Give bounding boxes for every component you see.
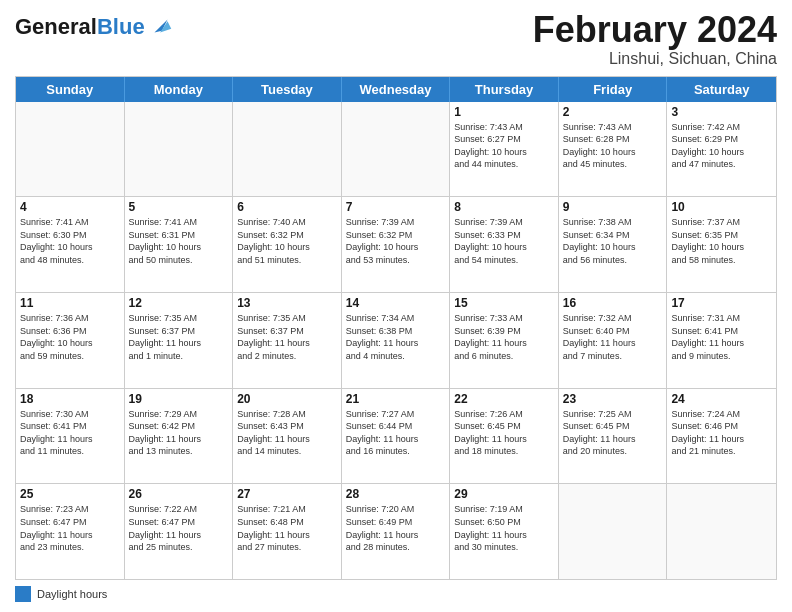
calendar-body: 1Sunrise: 7:43 AM Sunset: 6:27 PM Daylig… bbox=[16, 102, 776, 579]
day-info: Sunrise: 7:29 AM Sunset: 6:42 PM Dayligh… bbox=[129, 408, 229, 458]
calendar-cell: 26Sunrise: 7:22 AM Sunset: 6:47 PM Dayli… bbox=[125, 484, 234, 579]
calendar-cell: 28Sunrise: 7:20 AM Sunset: 6:49 PM Dayli… bbox=[342, 484, 451, 579]
day-info: Sunrise: 7:31 AM Sunset: 6:41 PM Dayligh… bbox=[671, 312, 772, 362]
calendar-cell: 19Sunrise: 7:29 AM Sunset: 6:42 PM Dayli… bbox=[125, 389, 234, 484]
day-info: Sunrise: 7:43 AM Sunset: 6:28 PM Dayligh… bbox=[563, 121, 663, 171]
weekday-header: Saturday bbox=[667, 77, 776, 102]
weekday-header: Sunday bbox=[16, 77, 125, 102]
calendar-week-row: 11Sunrise: 7:36 AM Sunset: 6:36 PM Dayli… bbox=[16, 293, 776, 389]
day-info: Sunrise: 7:39 AM Sunset: 6:33 PM Dayligh… bbox=[454, 216, 554, 266]
day-number: 16 bbox=[563, 296, 663, 310]
day-number: 20 bbox=[237, 392, 337, 406]
day-info: Sunrise: 7:37 AM Sunset: 6:35 PM Dayligh… bbox=[671, 216, 772, 266]
calendar-cell: 29Sunrise: 7:19 AM Sunset: 6:50 PM Dayli… bbox=[450, 484, 559, 579]
calendar-cell: 5Sunrise: 7:41 AM Sunset: 6:31 PM Daylig… bbox=[125, 197, 234, 292]
day-info: Sunrise: 7:22 AM Sunset: 6:47 PM Dayligh… bbox=[129, 503, 229, 553]
day-info: Sunrise: 7:25 AM Sunset: 6:45 PM Dayligh… bbox=[563, 408, 663, 458]
calendar-cell: 24Sunrise: 7:24 AM Sunset: 6:46 PM Dayli… bbox=[667, 389, 776, 484]
day-info: Sunrise: 7:30 AM Sunset: 6:41 PM Dayligh… bbox=[20, 408, 120, 458]
day-number: 2 bbox=[563, 105, 663, 119]
day-number: 27 bbox=[237, 487, 337, 501]
calendar-cell bbox=[342, 102, 451, 197]
day-number: 10 bbox=[671, 200, 772, 214]
calendar-week-row: 1Sunrise: 7:43 AM Sunset: 6:27 PM Daylig… bbox=[16, 102, 776, 198]
calendar-cell bbox=[233, 102, 342, 197]
calendar-week-row: 18Sunrise: 7:30 AM Sunset: 6:41 PM Dayli… bbox=[16, 389, 776, 485]
calendar-cell: 1Sunrise: 7:43 AM Sunset: 6:27 PM Daylig… bbox=[450, 102, 559, 197]
header: GeneralBlue February 2024 Linshui, Sichu… bbox=[15, 10, 777, 68]
day-number: 24 bbox=[671, 392, 772, 406]
day-number: 9 bbox=[563, 200, 663, 214]
location: Linshui, Sichuan, China bbox=[533, 50, 777, 68]
day-number: 8 bbox=[454, 200, 554, 214]
calendar: SundayMondayTuesdayWednesdayThursdayFrid… bbox=[15, 76, 777, 580]
calendar-cell: 14Sunrise: 7:34 AM Sunset: 6:38 PM Dayli… bbox=[342, 293, 451, 388]
day-info: Sunrise: 7:38 AM Sunset: 6:34 PM Dayligh… bbox=[563, 216, 663, 266]
day-info: Sunrise: 7:39 AM Sunset: 6:32 PM Dayligh… bbox=[346, 216, 446, 266]
calendar-cell: 6Sunrise: 7:40 AM Sunset: 6:32 PM Daylig… bbox=[233, 197, 342, 292]
day-info: Sunrise: 7:41 AM Sunset: 6:31 PM Dayligh… bbox=[129, 216, 229, 266]
calendar-cell: 3Sunrise: 7:42 AM Sunset: 6:29 PM Daylig… bbox=[667, 102, 776, 197]
day-info: Sunrise: 7:20 AM Sunset: 6:49 PM Dayligh… bbox=[346, 503, 446, 553]
calendar-cell: 9Sunrise: 7:38 AM Sunset: 6:34 PM Daylig… bbox=[559, 197, 668, 292]
page: GeneralBlue February 2024 Linshui, Sichu… bbox=[0, 0, 792, 612]
weekday-header: Thursday bbox=[450, 77, 559, 102]
calendar-cell: 13Sunrise: 7:35 AM Sunset: 6:37 PM Dayli… bbox=[233, 293, 342, 388]
day-number: 18 bbox=[20, 392, 120, 406]
calendar-cell: 20Sunrise: 7:28 AM Sunset: 6:43 PM Dayli… bbox=[233, 389, 342, 484]
legend: Daylight hours bbox=[15, 586, 777, 602]
title-block: February 2024 Linshui, Sichuan, China bbox=[533, 10, 777, 68]
day-info: Sunrise: 7:24 AM Sunset: 6:46 PM Dayligh… bbox=[671, 408, 772, 458]
calendar-cell: 4Sunrise: 7:41 AM Sunset: 6:30 PM Daylig… bbox=[16, 197, 125, 292]
day-info: Sunrise: 7:40 AM Sunset: 6:32 PM Dayligh… bbox=[237, 216, 337, 266]
day-info: Sunrise: 7:26 AM Sunset: 6:45 PM Dayligh… bbox=[454, 408, 554, 458]
calendar-cell: 16Sunrise: 7:32 AM Sunset: 6:40 PM Dayli… bbox=[559, 293, 668, 388]
day-number: 7 bbox=[346, 200, 446, 214]
logo-icon bbox=[147, 12, 175, 40]
day-info: Sunrise: 7:27 AM Sunset: 6:44 PM Dayligh… bbox=[346, 408, 446, 458]
day-info: Sunrise: 7:36 AM Sunset: 6:36 PM Dayligh… bbox=[20, 312, 120, 362]
calendar-week-row: 4Sunrise: 7:41 AM Sunset: 6:30 PM Daylig… bbox=[16, 197, 776, 293]
day-number: 14 bbox=[346, 296, 446, 310]
day-number: 19 bbox=[129, 392, 229, 406]
day-number: 21 bbox=[346, 392, 446, 406]
month-title: February 2024 bbox=[533, 10, 777, 50]
day-info: Sunrise: 7:32 AM Sunset: 6:40 PM Dayligh… bbox=[563, 312, 663, 362]
day-number: 15 bbox=[454, 296, 554, 310]
calendar-week-row: 25Sunrise: 7:23 AM Sunset: 6:47 PM Dayli… bbox=[16, 484, 776, 579]
calendar-header: SundayMondayTuesdayWednesdayThursdayFrid… bbox=[16, 77, 776, 102]
day-info: Sunrise: 7:28 AM Sunset: 6:43 PM Dayligh… bbox=[237, 408, 337, 458]
weekday-header: Monday bbox=[125, 77, 234, 102]
day-number: 11 bbox=[20, 296, 120, 310]
day-info: Sunrise: 7:19 AM Sunset: 6:50 PM Dayligh… bbox=[454, 503, 554, 553]
calendar-cell bbox=[125, 102, 234, 197]
day-number: 17 bbox=[671, 296, 772, 310]
calendar-cell: 8Sunrise: 7:39 AM Sunset: 6:33 PM Daylig… bbox=[450, 197, 559, 292]
legend-label: Daylight hours bbox=[37, 588, 107, 600]
day-number: 23 bbox=[563, 392, 663, 406]
day-info: Sunrise: 7:33 AM Sunset: 6:39 PM Dayligh… bbox=[454, 312, 554, 362]
day-number: 26 bbox=[129, 487, 229, 501]
logo: GeneralBlue bbox=[15, 14, 175, 40]
calendar-cell: 12Sunrise: 7:35 AM Sunset: 6:37 PM Dayli… bbox=[125, 293, 234, 388]
day-number: 12 bbox=[129, 296, 229, 310]
day-number: 22 bbox=[454, 392, 554, 406]
calendar-cell: 18Sunrise: 7:30 AM Sunset: 6:41 PM Dayli… bbox=[16, 389, 125, 484]
day-number: 28 bbox=[346, 487, 446, 501]
calendar-cell bbox=[559, 484, 668, 579]
day-number: 29 bbox=[454, 487, 554, 501]
calendar-cell: 7Sunrise: 7:39 AM Sunset: 6:32 PM Daylig… bbox=[342, 197, 451, 292]
day-info: Sunrise: 7:41 AM Sunset: 6:30 PM Dayligh… bbox=[20, 216, 120, 266]
calendar-cell: 21Sunrise: 7:27 AM Sunset: 6:44 PM Dayli… bbox=[342, 389, 451, 484]
day-number: 6 bbox=[237, 200, 337, 214]
day-info: Sunrise: 7:43 AM Sunset: 6:27 PM Dayligh… bbox=[454, 121, 554, 171]
calendar-cell bbox=[667, 484, 776, 579]
day-number: 3 bbox=[671, 105, 772, 119]
day-number: 13 bbox=[237, 296, 337, 310]
weekday-header: Tuesday bbox=[233, 77, 342, 102]
calendar-cell: 25Sunrise: 7:23 AM Sunset: 6:47 PM Dayli… bbox=[16, 484, 125, 579]
day-info: Sunrise: 7:34 AM Sunset: 6:38 PM Dayligh… bbox=[346, 312, 446, 362]
calendar-cell: 23Sunrise: 7:25 AM Sunset: 6:45 PM Dayli… bbox=[559, 389, 668, 484]
calendar-cell: 10Sunrise: 7:37 AM Sunset: 6:35 PM Dayli… bbox=[667, 197, 776, 292]
legend-color-box bbox=[15, 586, 31, 602]
